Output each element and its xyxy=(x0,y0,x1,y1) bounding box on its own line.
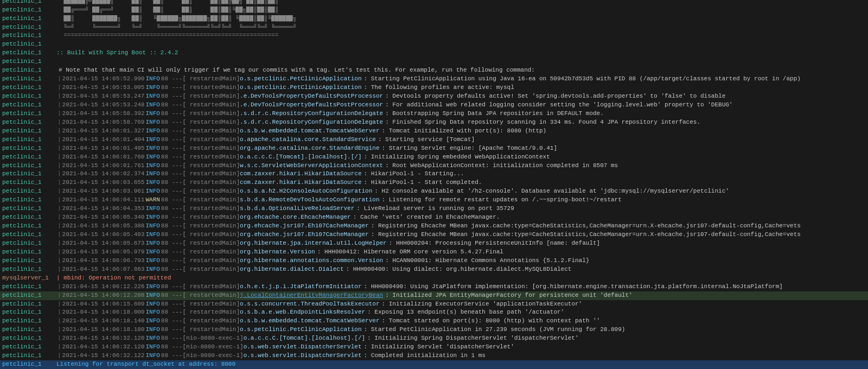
log-timestamp: 2021-04-15 14:06:03.655 xyxy=(62,179,145,187)
log-separator: | xyxy=(58,283,61,291)
log-prefix: petclinic_1 xyxy=(2,49,56,58)
log-logger: s.b.d.a.RemoteDevToolsAutoConfiguration xyxy=(240,196,379,205)
log-prefix: petclinic_1 xyxy=(2,75,56,84)
log-timestamp: 2021-04-15 14:06:03.961 xyxy=(62,187,145,196)
spring-boot-label: :: Built with Spring Boot :: 2.4.2 xyxy=(56,49,178,58)
log-prefix: petclinic_1 xyxy=(2,222,56,231)
log-line: petclinic_1 | 2021-04-15 14:05:58.392 IN… xyxy=(0,110,868,118)
log-level: INFO xyxy=(145,162,159,170)
log-message: : For additional web related logging con… xyxy=(385,101,732,110)
log-line: petclinic_1 ╚═╝ ╚══════╝ ╚═╝ ╚═════╝╚═══… xyxy=(0,23,868,32)
log-timestamp: 2021-04-15 14:05:58.392 xyxy=(62,110,145,118)
log-thread: [nio-8080-exec-1] xyxy=(182,334,243,343)
log-logger: org.apache.catalina.core.StandardEngine xyxy=(240,144,379,153)
log-prefix: petclinic_1 xyxy=(2,179,56,187)
log-timestamp: 2021-04-15 14:06:02.374 xyxy=(62,170,145,179)
ascii-art: ========================================… xyxy=(56,31,278,40)
log-logger: o.s.b.w.embedded.tomcat.TomcatWebServer xyxy=(240,317,379,326)
log-timestamp: 2021-04-15 14:05:53.248 xyxy=(62,101,145,110)
log-line: petclinic_1 | 2021-04-15 14:05:53.248 IN… xyxy=(0,101,868,110)
log-prefix: petclinic_1 xyxy=(2,334,56,343)
log-logger: org.hibernate.jpa.internal.util.LogHelpe… xyxy=(240,239,387,248)
log-separator: | xyxy=(58,352,61,360)
log-line: petclinic_1 | 2021-04-15 14:06:05.388 IN… xyxy=(0,222,868,231)
log-logger: o.a.c.c.C.[Tomcat].[localhost].[/] xyxy=(244,334,365,343)
log-separator: | xyxy=(58,231,61,239)
log-message: : Starting Servlet engine: [Apache Tomca… xyxy=(382,144,557,153)
log-thread: [ restartedMain] xyxy=(182,257,240,265)
log-message: : HHH000400: Using dialect: org.hibernat… xyxy=(346,265,572,274)
log-timestamp: 2021-04-15 14:06:18.140 xyxy=(62,317,145,326)
log-level: INFO xyxy=(145,300,159,309)
log-prefix: petclinic_1 xyxy=(2,162,56,170)
log-prefix: petclinic_1 xyxy=(2,84,56,92)
log-prefix: petclinic_1 xyxy=(2,170,56,179)
log-separator: | xyxy=(58,179,61,187)
log-line: petclinic_1 | 2021-04-15 14:06:05.340 IN… xyxy=(0,213,868,222)
log-thread: [ restartedMain] xyxy=(182,213,240,222)
log-separator: | xyxy=(58,127,61,136)
log-separator: | xyxy=(58,308,61,317)
log-pid: 88 --- xyxy=(161,308,183,317)
log-thread: [ restartedMain] xyxy=(182,136,240,144)
log-separator: | xyxy=(58,239,61,248)
log-message: : Starting service [Tomcat] xyxy=(378,136,475,144)
log-prefix: petclinic_1 xyxy=(2,23,56,32)
log-line: petclinic_1 | 2021-04-15 14:06:01.404 IN… xyxy=(0,136,868,144)
log-separator: | xyxy=(58,196,61,205)
log-separator: | xyxy=(58,101,61,110)
log-logger: com.zaxxer.hikari.HikariDataSource xyxy=(240,170,361,179)
log-message: : Devtools property defaults active! Set… xyxy=(385,92,725,101)
log-pid: 88 --- xyxy=(161,213,183,222)
log-separator: | xyxy=(58,222,61,231)
log-pid: 88 --- xyxy=(161,248,183,257)
log-thread: [ restartedMain] xyxy=(182,222,240,231)
log-message: : Finished Spring Data repository scanni… xyxy=(385,118,700,127)
log-logger: o.h.e.t.j.p.i.JtaPlatformInitiator xyxy=(240,283,361,291)
log-level: INFO xyxy=(145,326,159,334)
log-prefix: petclinic_1 xyxy=(2,101,56,110)
log-logger: org.ehcache.jsr107.Eh107CacheManager xyxy=(240,222,369,231)
log-separator: | xyxy=(58,118,61,127)
log-timestamp: 2021-04-15 14:06:05.403 xyxy=(62,231,145,239)
log-timestamp: 2021-04-15 14:06:01.761 xyxy=(62,162,145,170)
log-thread: [ restartedMain] xyxy=(182,162,240,170)
log-level: INFO xyxy=(145,92,159,101)
terminal[interactable]: petclinic_1 # Use a GitHub Actions file … xyxy=(0,0,868,369)
log-timestamp: 2021-04-15 14:06:05.340 xyxy=(62,213,145,222)
log-separator: | xyxy=(58,300,61,309)
log-line: petclinic_1 | 2021-04-15 14:06:18.140 IN… xyxy=(0,317,868,326)
log-thread: [ restartedMain] xyxy=(182,110,240,118)
log-message: : Tomcat started on port(s): 8080 (http)… xyxy=(382,317,601,326)
log-logger: w.s.c.ServletWebServerApplicationContext xyxy=(240,162,383,170)
log-timestamp: 2021-04-15 14:06:15.609 xyxy=(62,300,145,309)
log-logger: org.ehcache.core.EhcacheManager xyxy=(240,213,351,222)
log-timestamp: 2021-04-15 14:06:04.353 xyxy=(62,205,145,213)
log-separator: | xyxy=(58,162,61,170)
log-prefix: petclinic_1 xyxy=(2,231,56,239)
log-level: INFO xyxy=(145,75,159,84)
log-thread: [ restartedMain] xyxy=(182,265,240,274)
log-pid: 88 --- xyxy=(161,170,183,179)
log-logger: o.s.b.a.e.web.EndpointLinksResolver xyxy=(240,308,365,317)
log-logger: o.s.petclinic.PetClinicApplication xyxy=(240,75,361,84)
log-line: petclinic_1 | 2021-04-15 14:05:52.990 IN… xyxy=(0,75,868,84)
log-logger: o.a.c.c.C.[Tomcat].[localhost].[/] xyxy=(240,153,361,162)
log-prefix: mysqlserver_1 xyxy=(2,274,56,283)
log-prefix: petclinic_1 xyxy=(2,300,56,309)
log-logger: o.s.web.servlet.DispatcherServlet xyxy=(244,343,362,352)
log-thread: [ restartedMain] xyxy=(182,317,240,326)
log-message: : The following profiles are active: mys… xyxy=(364,84,514,92)
log-logger: com.zaxxer.hikari.HikariDataSource xyxy=(240,179,361,187)
log-line: petclinic_1 ██╔═══╝ ██╔══╝ ██║ ██║ ██║ █… xyxy=(0,6,868,15)
log-prefix: petclinic_1 xyxy=(2,308,56,317)
log-timestamp: 2021-04-15 14:06:18.000 xyxy=(62,308,145,317)
log-separator: | xyxy=(58,144,61,153)
log-line: petclinic_1 | 2021-04-15 14:06:04.353 IN… xyxy=(0,205,868,213)
log-pid: 88 --- xyxy=(161,153,183,162)
log-pid: 88 --- xyxy=(161,283,183,291)
log-prefix: petclinic_1 xyxy=(2,291,56,300)
log-pid: 88 --- xyxy=(161,92,183,101)
log-message: : HCANN00001: Hibernate Commons Annotati… xyxy=(385,257,589,265)
log-thread: [ restartedMain] xyxy=(182,239,240,248)
